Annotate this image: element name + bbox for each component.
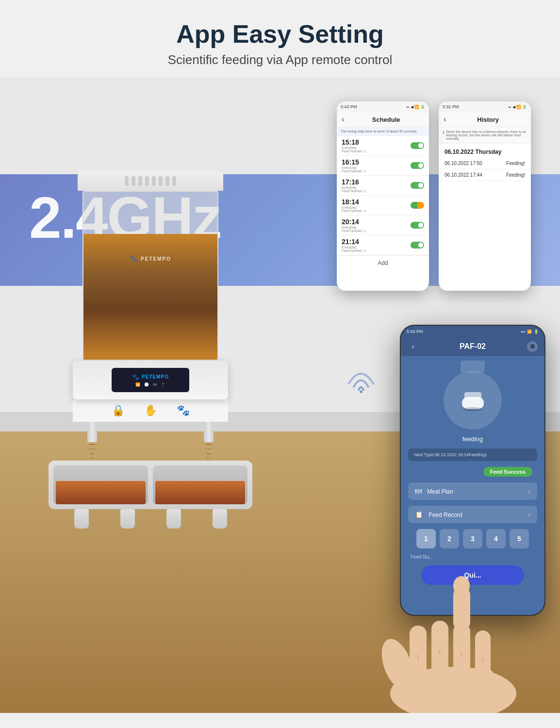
schedule-detail-1: EveryDayFeed Number: 1 [342, 146, 366, 153]
history-notice: ℹ When the device has no external networ… [439, 127, 531, 144]
leg-2 [120, 509, 135, 529]
schedule-phone-header: ‹ Schedule [337, 112, 429, 127]
tube-pipe-right [204, 422, 214, 442]
page-title: App Easy Setting [10, 19, 550, 49]
schedule-item-2: 16:15 EveryDayFeed Number: 1 [337, 156, 429, 176]
schedule-detail-3: EveryDayFeed Number: 1 [342, 186, 366, 193]
svg-rect-10 [410, 669, 494, 713]
feed-record-icon: 📋 [415, 511, 423, 518]
feeder-legs [58, 509, 243, 529]
wifi-icon: 📶 [135, 382, 140, 387]
hand-control-icon[interactable]: ✋ [144, 404, 157, 417]
vent-3 [138, 176, 142, 186]
main-scene: 2.4GHz 5:43 PM ▪▪ ◀ 📶 🔋 ‹ Schedule The t… [0, 77, 560, 713]
schedule-time-2: 16:15 [342, 158, 366, 166]
history-action-2: Feeding! [506, 172, 525, 178]
feeder-controls: 🔒 ✋ 🐾 [73, 399, 228, 422]
next-feed-text: Next Type:06.10.2022 18:14Feeding1 [414, 452, 487, 457]
toggle-5[interactable] [411, 222, 424, 229]
history-status-bar: 5:31 PM ▪▪ ◀ 📶 🔋 [439, 101, 531, 112]
schedule-item-6: 21:14 EveryDayFeed Number: 1 [337, 235, 429, 255]
clock-icon: 🕐 [144, 382, 149, 387]
schedule-detail-5: EveryDayFeed Number: 1 [342, 226, 366, 232]
toggle-1[interactable] [411, 142, 424, 149]
schedule-item-4: 18:14 EveryDayFeed Number: 1 [337, 196, 429, 215]
next-feed-bar: Next Type:06.10.2022 18:14Feeding1 [408, 448, 537, 461]
feed-record-label: Feed Record [428, 512, 462, 518]
history-action-1: Feeding! [506, 161, 525, 166]
meal-plan-row[interactable]: 🍽 Meal Plan › [408, 482, 537, 500]
feed-success-badge: Feed Success [483, 467, 532, 477]
info-icon: ℹ [443, 130, 444, 140]
svg-rect-2 [464, 392, 481, 399]
page-header: App Easy Setting Scientific feeding via … [0, 0, 560, 77]
food-icon: 🍽 [153, 382, 157, 387]
dispenser-tubes: ••••• • ••••• • ••••• • ••••• • [63, 422, 238, 461]
back-arrow-icon[interactable]: ‹ [342, 115, 344, 124]
signal-icon: ▪▪▪ [521, 330, 525, 334]
toggle-4[interactable] [411, 202, 424, 209]
schedule-time-1: 15:18 [342, 138, 366, 146]
history-title: History [450, 116, 526, 123]
vent-1 [125, 176, 129, 186]
pet-feeder: 🐾 PETEMPO 🐾 PETEMPO 📶 🕐 🍽 📱 [49, 171, 252, 529]
vent-5 [152, 176, 156, 186]
bowl-left [53, 465, 148, 504]
history-time-1: 06.10.2022 17:50 [445, 161, 482, 166]
toggle-2[interactable] [411, 162, 424, 169]
history-notice-text: When the device has no external network,… [446, 130, 527, 140]
meal-plan-label: Meal Plan [427, 488, 453, 495]
feeder-body: 🐾 PETEMPO 📶 🕐 🍽 📱 [73, 361, 228, 399]
feed-record-row[interactable]: 📋 Feed Record › [408, 506, 537, 523]
tube-right: ••••• • ••••• • [194, 422, 223, 461]
settings-back-icon[interactable]: ‹ [408, 341, 418, 352]
schedule-status-icons: ▪▪ ◀ 📶 🔋 [407, 105, 425, 109]
tube-left: ••••• • ••••• • [78, 422, 107, 461]
history-phone: 5:31 PM ▪▪ ◀ 📶 🔋 ‹ History ℹ When the de… [439, 101, 531, 291]
schedule-title: Schedule [348, 116, 424, 123]
schedule-detail-6: EveryDayFeed Number: 1 [342, 246, 366, 252]
app-screenshots: 5:43 PM ▪▪ ◀ 📶 🔋 ‹ Schedule The timing m… [337, 101, 531, 291]
add-button[interactable]: Add [337, 255, 429, 270]
schedule-item-3: 17:16 EveryDayFeed Number: 1 [337, 176, 429, 196]
history-status-icons: ▪▪ ◀ 📶 🔋 [509, 105, 527, 109]
svg-point-16 [453, 576, 470, 596]
schedule-item-1: 15:18 EveryDayFeed Number: 1 [337, 136, 429, 156]
feed-record-arrow: › [528, 511, 530, 518]
kibble-fill [83, 234, 217, 360]
main-phone-title: PAF-02 [418, 342, 527, 351]
wifi-signal-waves [342, 357, 380, 397]
leg-1 [74, 509, 89, 529]
meal-plan-icon: 🍽 [415, 487, 422, 495]
bowl-right [153, 465, 247, 504]
toggle-6[interactable] [411, 242, 424, 248]
schedule-time-4: 18:14 [342, 198, 366, 206]
history-phone-header: ‹ History [439, 112, 531, 127]
schedule-detail-2: EveryDayFeed Number: 1 [342, 166, 366, 173]
main-status-bar: 5:43 PM ▪▪▪ 📶 🔋 [401, 326, 544, 337]
schedule-item-5: 20:14 EveryDayFeed Number: 1 [337, 215, 429, 235]
schedule-time-3: 17:16 [342, 178, 366, 186]
history-time: 5:31 PM [443, 104, 459, 109]
battery-icon: 🔋 [534, 330, 539, 334]
kibble-falling-right: ••••• • ••••• • [206, 442, 212, 461]
meal-plan-arrow: › [528, 487, 530, 495]
history-date: 06.10.2022 Thursday [439, 144, 531, 158]
wifi-status-icon: 📶 [527, 330, 532, 334]
schedule-detail-4: EveryDayFeed Number: 1 [342, 206, 366, 213]
lcd-screen: 🐾 PETEMPO 📶 🕐 🍽 📱 [112, 368, 189, 392]
vent-4 [145, 176, 149, 186]
lock-control-icon[interactable]: 🔒 [112, 404, 125, 417]
history-time-2: 06.10.2022 17:44 [445, 172, 482, 178]
gear-settings-icon[interactable]: ⚙ [527, 341, 538, 352]
schedule-status-bar: 5:43 PM ▪▪ ◀ 📶 🔋 [337, 101, 429, 112]
vent-2 [132, 176, 135, 186]
svg-point-3 [463, 407, 482, 411]
leg-3 [166, 509, 181, 529]
kibble-falling-left: ••••• • ••••• • [89, 442, 96, 461]
history-back-icon[interactable]: ‹ [444, 115, 446, 124]
phone-icon: 📱 [161, 382, 165, 387]
pet-control-icon[interactable]: 🐾 [177, 404, 190, 417]
vent-8 [172, 176, 176, 186]
toggle-3[interactable] [411, 182, 424, 189]
